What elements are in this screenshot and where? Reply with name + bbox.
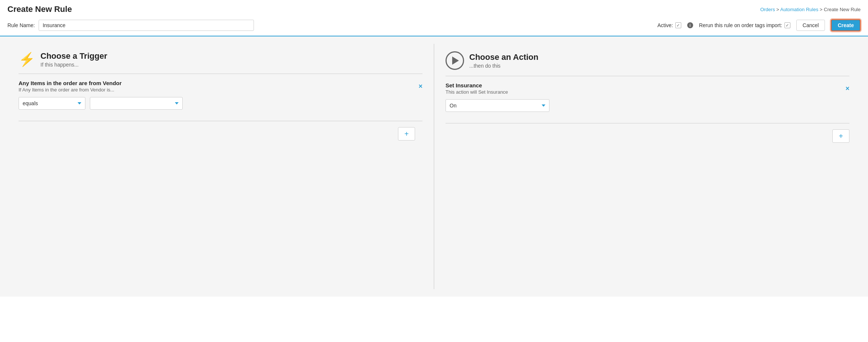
info-icon: i xyxy=(687,22,693,28)
action-condition-block: Set Insurance This action will Set Insur… xyxy=(446,82,849,112)
action-add-row: + xyxy=(446,123,849,143)
action-select-row: On Off xyxy=(446,99,849,112)
trigger-condition-subtitle: If Any Items in the order are from Vendo… xyxy=(19,87,122,93)
active-label: Active: xyxy=(657,22,673,28)
play-icon xyxy=(446,51,464,70)
bolt-icon: ⚡ xyxy=(19,53,35,66)
trigger-panel: ⚡ Choose a Trigger If this happens... An… xyxy=(7,44,434,289)
trigger-separator xyxy=(19,74,422,74)
action-separator xyxy=(446,76,849,76)
action-panel-header: Choose an Action ...then do this xyxy=(446,51,849,70)
trigger-remove-button[interactable]: × xyxy=(418,83,422,90)
action-remove-button[interactable]: × xyxy=(845,85,849,92)
action-condition-row: Set Insurance This action will Set Insur… xyxy=(446,82,849,95)
trigger-subheading: If this happens... xyxy=(40,62,107,68)
breadcrumb-orders[interactable]: Orders xyxy=(760,7,775,12)
page-title: Create New Rule xyxy=(7,4,72,14)
action-title: Set Insurance xyxy=(446,82,508,88)
action-add-button[interactable]: + xyxy=(832,129,849,143)
rerun-label: Rerun this rule on order tags import: xyxy=(699,22,782,28)
trigger-condition-row: Any Items in the order are from Vendor I… xyxy=(19,80,422,93)
trigger-panel-header: ⚡ Choose a Trigger If this happens... xyxy=(19,51,422,68)
action-heading: Choose an Action xyxy=(469,52,538,62)
trigger-add-button[interactable]: + xyxy=(398,127,415,141)
trigger-select-row: equals not equals contains xyxy=(19,97,422,110)
action-panel: Choose an Action ...then do this Set Ins… xyxy=(434,44,861,289)
active-checkbox[interactable] xyxy=(675,22,681,28)
trigger-condition-block: Any Items in the order are from Vendor I… xyxy=(19,80,422,110)
create-button[interactable]: Create xyxy=(831,19,861,31)
breadcrumb-automation-rules[interactable]: Automation Rules xyxy=(780,7,819,12)
cancel-button[interactable]: Cancel xyxy=(796,20,825,31)
play-triangle xyxy=(452,57,459,65)
rule-name-input[interactable] xyxy=(39,20,254,31)
breadcrumb: Orders > Automation Rules > Create New R… xyxy=(760,7,861,12)
rule-name-label: Rule Name: xyxy=(7,22,35,28)
trigger-heading: Choose a Trigger xyxy=(40,51,107,61)
equals-select[interactable]: equals not equals contains xyxy=(19,97,85,110)
action-subheading: ...then do this xyxy=(469,63,538,69)
action-subtitle: This action will Set Insurance xyxy=(446,89,508,95)
on-select[interactable]: On Off xyxy=(446,99,549,112)
trigger-condition-title: Any Items in the order are from Vendor xyxy=(19,80,122,86)
trigger-add-row: + xyxy=(19,121,422,141)
rerun-checkbox[interactable] xyxy=(784,22,790,28)
vendor-select[interactable] xyxy=(90,97,183,110)
breadcrumb-current: Create New Rule xyxy=(824,7,861,12)
